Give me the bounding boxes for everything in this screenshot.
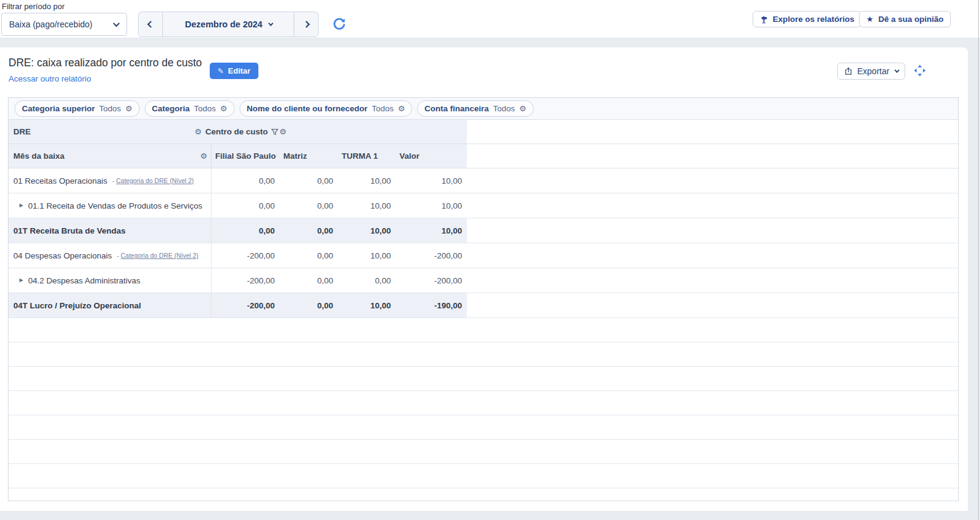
edit-button[interactable]: ✎ Editar — [210, 63, 258, 79]
column-header-row: Mês da baixa ⚙︎ Filial São PauloMatrizTU… — [9, 144, 958, 168]
gear-icon[interactable]: ⚙︎ — [519, 105, 526, 113]
expand-caret-icon[interactable]: ▶ — [19, 278, 23, 283]
gear-icon[interactable]: ⚙︎ — [195, 128, 202, 136]
expand-icon — [914, 64, 926, 77]
value-cell: -200,00 — [212, 268, 280, 293]
next-month-button[interactable] — [294, 12, 318, 36]
category-dre-link[interactable]: Categoria do DRE (Nível 2) — [116, 177, 194, 184]
category-dre-link[interactable]: Categoria do DRE (Nível 2) — [121, 252, 199, 259]
empty-table-row — [9, 488, 958, 501]
value-cell: 10,00 — [396, 218, 467, 243]
gear-icon[interactable]: ⚙︎ — [220, 105, 227, 113]
header-filler-cell — [467, 144, 958, 168]
value-cell: 10,00 — [338, 168, 396, 193]
chevron-right-icon — [303, 21, 309, 27]
empty-table-row — [9, 367, 958, 391]
value-cell: 0,00 — [280, 293, 338, 317]
row-label: 01T Receita Bruta de Vendas — [13, 226, 126, 235]
value-cell: -190,00 — [396, 293, 467, 317]
table-row: 04 Despesas Operacionais- Categoria do D… — [9, 243, 958, 268]
value-cell: 0,00 — [212, 193, 280, 218]
chevron-down-icon — [894, 68, 899, 72]
value-cell: 10,00 — [338, 293, 396, 317]
row-label: 04T Lucro / Prejuízo Operacional — [13, 301, 141, 310]
gear-icon[interactable]: ⚙︎ — [125, 105, 133, 113]
columns-dimension-title: Centro de custo — [205, 127, 268, 136]
value-cell: 0,00 — [338, 268, 396, 293]
refresh-button[interactable] — [331, 17, 347, 33]
value-cell: 0,00 — [280, 193, 338, 218]
table-row: ▶01.1 Receita de Vendas de Produtos e Se… — [9, 193, 958, 218]
feedback-label: Dê a sua opinião — [878, 15, 944, 24]
period-type-select[interactable]: Baixa (pago/recebido) — [1, 13, 127, 36]
filter-chip-value: Todos — [371, 104, 393, 113]
rows-dimension-title: DRE — [13, 120, 31, 144]
column-header: TURMA 1 — [338, 144, 396, 168]
feedback-button[interactable]: ★ Dê a sua opinião — [859, 11, 951, 27]
export-button[interactable]: Exportar — [837, 63, 905, 80]
explore-reports-button[interactable]: Explore os relatórios — [753, 11, 861, 27]
star-icon: ★ — [866, 15, 874, 23]
chevron-left-icon — [147, 21, 154, 27]
page-title: DRE: caixa realizado por centro de custo — [9, 57, 202, 69]
value-cell: 0,00 — [280, 218, 338, 243]
funnel-icon[interactable] — [271, 128, 278, 136]
gear-icon[interactable]: ⚙︎ — [279, 128, 286, 136]
gear-icon[interactable]: ⚙︎ — [398, 105, 405, 113]
empty-table-row — [9, 464, 958, 488]
export-label: Exportar — [857, 66, 889, 76]
filter-chip-label: Categoria superior — [22, 104, 95, 113]
value-cell: 0,00 — [280, 243, 338, 268]
filter-chip[interactable]: Conta financeiraTodos⚙︎ — [417, 100, 533, 117]
report-card: DRE: caixa realizado por centro de custo… — [0, 47, 968, 511]
filter-chip[interactable]: Nome do cliente ou fornecedorTodos⚙︎ — [240, 100, 412, 117]
filter-chips-bar: Categoria superiorTodos⚙︎CategoriaTodos⚙… — [9, 98, 958, 120]
value-cell: 0,00 — [212, 168, 280, 193]
empty-table-row — [9, 318, 958, 342]
columns-dimension-group: ⚙︎ Centro de custo ⚙︎ — [195, 120, 286, 144]
row-label: 01 Receitas Operacionais — [13, 176, 108, 185]
value-cell: 10,00 — [338, 243, 396, 268]
row-label-cell: 01T Receita Bruta de Vendas — [9, 218, 212, 243]
columns-dimension-icons: ⚙︎ — [271, 128, 286, 136]
current-period-dropdown[interactable]: Dezembro de 2024 — [163, 12, 294, 36]
filter-chip-label: Conta financeira — [424, 104, 489, 113]
empty-rows — [9, 318, 958, 501]
access-other-report-link[interactable]: Acessar outro relatório — [9, 74, 91, 83]
pivot-table: Categoria superiorTodos⚙︎CategoriaTodos⚙… — [8, 97, 959, 501]
link-separator: - — [112, 177, 115, 184]
value-cell: -200,00 — [396, 243, 467, 268]
chevron-down-icon — [113, 20, 120, 27]
expand-caret-icon[interactable]: ▶ — [19, 203, 23, 208]
column-header: Valor — [396, 144, 467, 168]
row-label-cell: 01 Receitas Operacionais- Categoria do D… — [9, 168, 212, 193]
row-header-label: Mês da baixa — [13, 151, 64, 161]
edit-label: Editar — [228, 66, 250, 75]
row-link-wrap: - Categoria do DRE (Nível 2) — [117, 252, 198, 259]
period-type-value: Baixa (pago/recebido) — [9, 19, 92, 29]
filter-chip-value: Todos — [194, 104, 216, 113]
column-header: Filial São Paulo — [212, 144, 280, 168]
gear-icon[interactable]: ⚙︎ — [200, 152, 207, 160]
value-cell: 10,00 — [338, 193, 396, 218]
pencil-icon: ✎ — [218, 68, 224, 75]
filter-chip[interactable]: CategoriaTodos⚙︎ — [145, 100, 235, 117]
previous-month-button[interactable] — [139, 12, 163, 36]
row-filler-cell — [467, 268, 958, 293]
filter-period-label: Filtrar período por — [2, 2, 64, 11]
empty-table-row — [9, 440, 958, 464]
empty-table-row — [9, 415, 958, 440]
filter-chip-value: Todos — [99, 104, 121, 113]
value-cell: -200,00 — [212, 293, 280, 317]
value-cell: 10,00 — [396, 193, 467, 218]
refresh-icon — [333, 18, 346, 31]
row-filler-cell — [467, 243, 958, 268]
value-cell: -200,00 — [396, 268, 467, 293]
value-cell: 10,00 — [338, 218, 396, 243]
table-row: 01T Receita Bruta de Vendas0,000,0010,00… — [9, 218, 958, 243]
fullscreen-button[interactable] — [913, 64, 927, 78]
filter-chip[interactable]: Categoria superiorTodos⚙︎ — [15, 100, 140, 117]
table-row: 04T Lucro / Prejuízo Operacional-200,000… — [9, 293, 958, 318]
row-label: 04 Despesas Operacionais — [13, 251, 112, 260]
value-cell: -200,00 — [212, 243, 280, 268]
